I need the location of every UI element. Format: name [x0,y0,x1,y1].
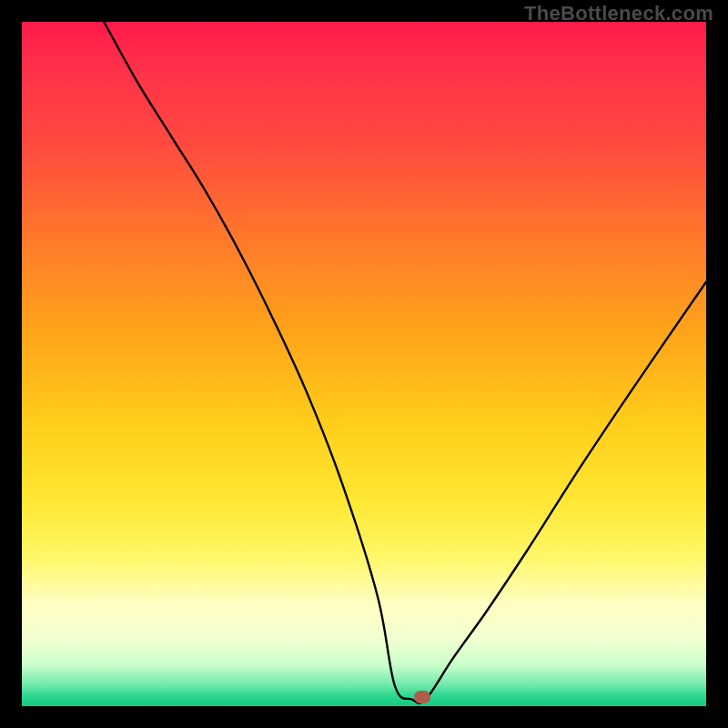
watermark-text: TheBottleneck.com [524,2,713,25]
optimal-marker [414,691,430,703]
chart-container: TheBottleneck.com [0,0,728,728]
bottleneck-curve [22,22,706,706]
plot-area [22,22,706,706]
curve-path [104,22,706,703]
